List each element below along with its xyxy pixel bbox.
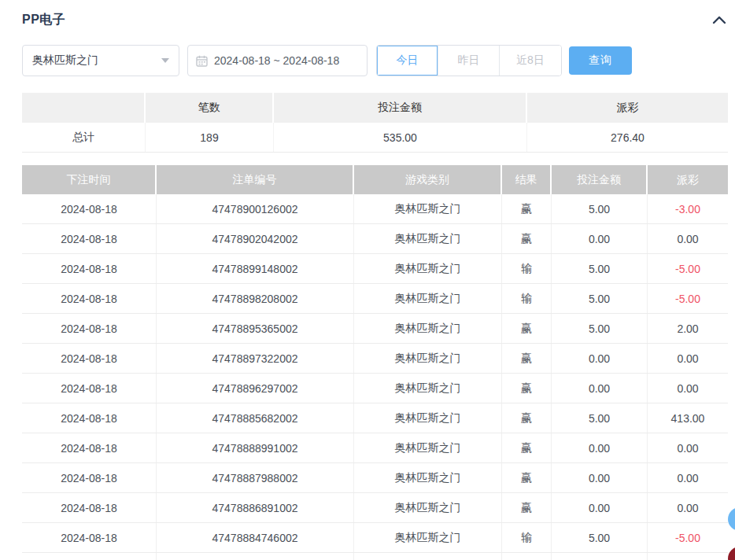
bet-amount-cell: 0.00 <box>552 463 648 492</box>
result-cell: 输 <box>502 284 552 313</box>
records-table: 下注时间 注单编号 游戏类别 结果 投注金额 派彩 2024-08-184747… <box>22 165 728 560</box>
bet-time-cell: 2024-08-18 <box>22 403 157 433</box>
payout-cell: -5.00 <box>648 523 728 552</box>
table-row: 2024-08-1847478902042002奥林匹斯之门赢0.000.00 <box>22 224 728 254</box>
result-cell: 赢 <box>502 463 552 492</box>
records-header-game-type: 游戏类别 <box>354 165 502 194</box>
summary-total-bet-amount: 535.00 <box>274 123 527 152</box>
payout-cell: -3.00 <box>648 194 728 223</box>
records-header-payout: 派彩 <box>648 165 728 194</box>
payout-cell: 0.00 <box>648 344 728 373</box>
query-button[interactable]: 查询 <box>569 46 632 75</box>
game-type-cell: 奥林匹斯之门 <box>354 194 502 223</box>
bet-time-cell: 2024-08-18 <box>22 254 157 283</box>
bet-time-cell: 2024-08-18 <box>22 523 157 552</box>
bet-amount-cell: 0.00 <box>552 344 648 373</box>
result-cell: 赢 <box>502 224 552 253</box>
bet-amount-cell: 5.00 <box>552 194 648 223</box>
quick-range-last8days[interactable]: 近8日 <box>500 46 561 76</box>
game-type-cell: 奥林匹斯之门 <box>354 463 502 492</box>
result-cell: 输 <box>502 523 552 552</box>
payout-cell: 0.00 <box>648 224 728 253</box>
result-cell: 赢 <box>502 403 552 433</box>
table-row: 2024-08-1847478886891002奥林匹斯之门赢0.000.00 <box>22 493 728 523</box>
bet-amount-cell: 5.00 <box>552 523 648 552</box>
summary-total-count: 189 <box>146 123 274 152</box>
filter-bar: 奥林匹斯之门 2024-08-18 ~ 2024-08-18 <box>22 45 728 76</box>
game-type-cell: 奥林匹斯之门 <box>354 493 502 522</box>
records-header-bet-time: 下注时间 <box>22 165 157 194</box>
game-type-cell: 奥林匹斯之门 <box>354 433 502 462</box>
payout-cell: 0.00 <box>648 374 728 403</box>
result-cell: 赢 <box>502 344 552 373</box>
game-type-cell <box>354 553 502 560</box>
game-type-cell: 奥林匹斯之门 <box>354 523 502 552</box>
result-cell: 赢 <box>502 433 552 462</box>
summary-header-row: 笔数 投注金额 派彩 <box>22 93 728 123</box>
records-header-row: 下注时间 注单编号 游戏类别 结果 投注金额 派彩 <box>22 165 728 194</box>
bet-time-cell: 2024-08-18 <box>22 433 157 462</box>
records-body: 2024-08-1847478900126002奥林匹斯之门赢5.00-3.00… <box>22 194 728 560</box>
bet-id-cell <box>157 553 354 560</box>
table-row: 2024-08-1847478885682002奥林匹斯之门赢5.00413.0… <box>22 403 728 433</box>
table-row: 2024-08-1847478898208002奥林匹斯之门输5.00-5.00 <box>22 284 728 314</box>
game-select[interactable]: 奥林匹斯之门 <box>22 45 179 76</box>
game-type-cell: 奥林匹斯之门 <box>354 403 502 433</box>
bet-amount-cell: 0.00 <box>552 374 648 403</box>
summary-total-label: 总计 <box>22 123 146 152</box>
quick-range-yesterday[interactable]: 昨日 <box>438 46 500 76</box>
bet-amount-cell <box>552 553 648 560</box>
summary-header-bet-amount: 投注金额 <box>274 93 527 123</box>
summary-header-payout: 派彩 <box>527 93 728 123</box>
payout-cell: 0.00 <box>648 493 728 522</box>
bet-amount-cell: 5.00 <box>552 314 648 343</box>
game-type-cell: 奥林匹斯之门 <box>354 284 502 313</box>
bet-amount-cell: 0.00 <box>552 493 648 522</box>
result-cell <box>502 553 552 560</box>
bet-time-cell: 2024-08-18 <box>22 284 157 313</box>
payout-cell: 413.00 <box>648 403 728 433</box>
bet-time-cell: 2024-08-18 <box>22 194 157 223</box>
summary-total-payout: 276.40 <box>527 123 728 152</box>
collapse-button[interactable] <box>711 12 728 28</box>
quick-range-today[interactable]: 今日 <box>377 46 438 76</box>
game-type-cell: 奥林匹斯之门 <box>354 254 502 283</box>
date-range-value: 2024-08-18 ~ 2024-08-18 <box>214 54 339 67</box>
payout-cell: 0.00 <box>648 463 728 492</box>
pp-electronic-panel: PP电子 奥林匹斯之门 <box>0 0 735 560</box>
bet-id-cell: 47478884746002 <box>157 523 354 552</box>
bet-id-cell: 47478897322002 <box>157 344 354 373</box>
payout-cell: -5.00 <box>648 254 728 283</box>
table-row: 2024-08-1847478895365002奥林匹斯之门赢5.002.00 <box>22 314 728 344</box>
quick-range-group: 今日 昨日 近8日 <box>376 45 562 76</box>
records-header-bet-id: 注单编号 <box>157 165 354 194</box>
result-cell: 赢 <box>502 314 552 343</box>
table-row: 2024-08-1847478897322002奥林匹斯之门赢0.000.00 <box>22 344 728 374</box>
bet-amount-cell: 0.00 <box>552 433 648 462</box>
bet-id-cell: 47478902042002 <box>157 224 354 253</box>
bet-time-cell <box>22 553 157 560</box>
bet-time-cell: 2024-08-18 <box>22 493 157 522</box>
game-type-cell: 奥林匹斯之门 <box>354 344 502 373</box>
caret-down-icon <box>161 58 169 63</box>
payout-cell: 0.00 <box>648 433 728 462</box>
bet-id-cell: 47478895365002 <box>157 314 354 343</box>
table-row: 2024-08-1847478896297002奥林匹斯之门赢0.000.00 <box>22 374 728 403</box>
table-row-partial <box>22 553 728 560</box>
table-row: 2024-08-1847478887988002奥林匹斯之门赢0.000.00 <box>22 463 728 493</box>
game-type-cell: 奥林匹斯之门 <box>354 314 502 343</box>
page-title: PP电子 <box>22 12 65 28</box>
panel-header: PP电子 <box>22 12 728 28</box>
bet-id-cell: 47478900126002 <box>157 194 354 223</box>
bet-time-cell: 2024-08-18 <box>22 224 157 253</box>
table-row: 2024-08-1847478884746002奥林匹斯之门输5.00-5.00 <box>22 523 728 553</box>
bet-id-cell: 47478888991002 <box>157 433 354 462</box>
date-range-picker[interactable]: 2024-08-18 ~ 2024-08-18 <box>187 45 368 76</box>
bet-id-cell: 47478886891002 <box>157 493 354 522</box>
calendar-icon <box>196 55 208 66</box>
bet-time-cell: 2024-08-18 <box>22 314 157 343</box>
bet-time-cell: 2024-08-18 <box>22 463 157 492</box>
summary-header-blank <box>22 93 146 123</box>
game-type-cell: 奥林匹斯之门 <box>354 224 502 253</box>
records-header-bet-amount: 投注金额 <box>552 165 648 194</box>
